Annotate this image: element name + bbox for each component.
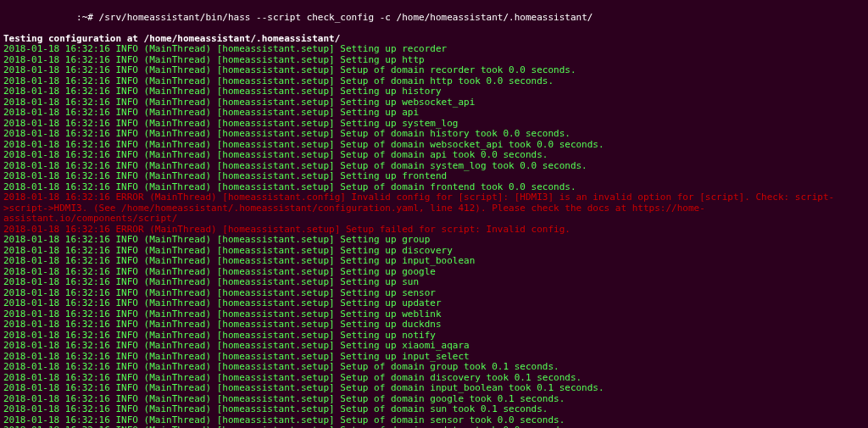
log-line-info: 2018-01-18 16:32:16 INFO (MainThread) [h…: [3, 404, 865, 415]
log-line-info: 2018-01-18 16:32:16 INFO (MainThread) [h…: [3, 362, 865, 373]
log-line-info: 2018-01-18 16:32:16 INFO (MainThread) [h…: [3, 108, 865, 119]
log-line-info: 2018-01-18 16:32:16 INFO (MainThread) [h…: [3, 298, 865, 309]
log-line-info: 2018-01-18 16:32:16 INFO (MainThread) [h…: [3, 383, 865, 394]
log-container: 2018-01-18 16:32:16 INFO (MainThread) [h…: [3, 44, 865, 428]
log-line-info: 2018-01-18 16:32:16 INFO (MainThread) [h…: [3, 235, 865, 246]
log-line-info: 2018-01-18 16:32:16 INFO (MainThread) [h…: [3, 86, 865, 97]
log-line-info: 2018-01-18 16:32:16 INFO (MainThread) [h…: [3, 129, 865, 140]
log-line-info: 2018-01-18 16:32:16 INFO (MainThread) [h…: [3, 320, 865, 331]
log-line-info: 2018-01-18 16:32:16 INFO (MainThread) [h…: [3, 171, 865, 182]
log-line-info: 2018-01-18 16:32:16 INFO (MainThread) [h…: [3, 256, 865, 267]
log-line-info: 2018-01-18 16:32:16 INFO (MainThread) [h…: [3, 150, 865, 161]
prompt-prefix: :~#: [26, 12, 99, 23]
log-line-error: 2018-01-18 16:32:16 ERROR (MainThread) […: [3, 192, 865, 225]
log-line-info: 2018-01-18 16:32:16 INFO (MainThread) [h…: [3, 44, 865, 55]
log-line-info: 2018-01-18 16:32:16 INFO (MainThread) [h…: [3, 341, 865, 352]
log-line-info: 2018-01-18 16:32:16 INFO (MainThread) [h…: [3, 65, 865, 76]
command-text: /srv/homeassistant/bin/hass --script che…: [99, 12, 593, 23]
command-prompt-line: :~# /srv/homeassistant/bin/hass --script…: [3, 2, 865, 34]
log-line-info: 2018-01-18 16:32:16 INFO (MainThread) [h…: [3, 277, 865, 288]
terminal-output[interactable]: :~# /srv/homeassistant/bin/hass --script…: [3, 2, 865, 428]
